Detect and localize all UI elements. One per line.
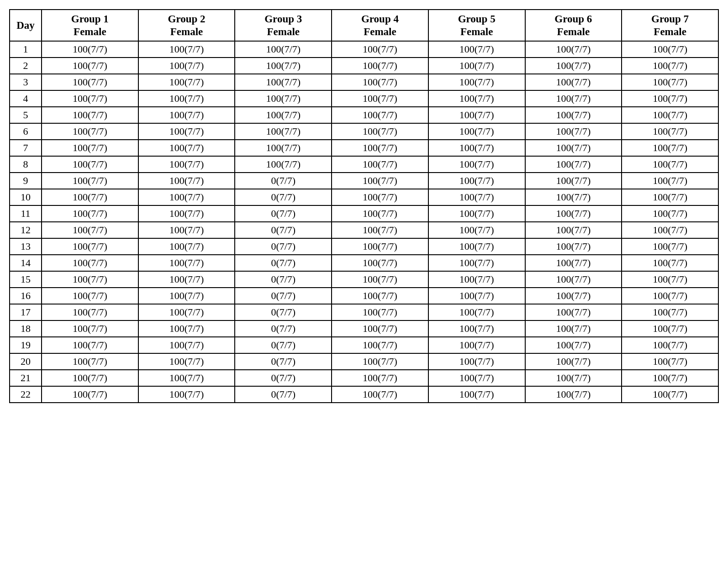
g4-cell: 100(7/7)	[332, 255, 428, 271]
g2-cell: 100(7/7)	[138, 255, 235, 271]
table-row: 8100(7/7)100(7/7)100(7/7)100(7/7)100(7/7…	[10, 156, 718, 173]
table-row: 5100(7/7)100(7/7)100(7/7)100(7/7)100(7/7…	[10, 107, 718, 123]
g6-cell: 100(7/7)	[525, 140, 622, 156]
g1-cell: 100(7/7)	[42, 337, 138, 353]
g5-cell: 100(7/7)	[428, 304, 525, 320]
header-group3: Group 3Female	[235, 10, 332, 41]
g7-cell: 100(7/7)	[622, 123, 718, 140]
g3-cell: 100(7/7)	[235, 90, 332, 107]
g4-cell: 100(7/7)	[332, 74, 428, 90]
g5-cell: 100(7/7)	[428, 255, 525, 271]
g6-cell: 100(7/7)	[525, 255, 622, 271]
g1-cell: 100(7/7)	[42, 107, 138, 123]
g4-cell: 100(7/7)	[332, 386, 428, 403]
g1-cell: 100(7/7)	[42, 255, 138, 271]
g7-cell: 100(7/7)	[622, 140, 718, 156]
g1-cell: 100(7/7)	[42, 205, 138, 222]
g5-cell: 100(7/7)	[428, 386, 525, 403]
g7-cell: 100(7/7)	[622, 74, 718, 90]
g2-cell: 100(7/7)	[138, 288, 235, 304]
g4-cell: 100(7/7)	[332, 222, 428, 238]
header-group4: Group 4Female	[332, 10, 428, 41]
day-cell: 2	[10, 58, 42, 74]
g7-cell: 100(7/7)	[622, 205, 718, 222]
table-row: 22100(7/7)100(7/7)0(7/7)100(7/7)100(7/7)…	[10, 386, 718, 403]
header-group7: Group 7Female	[622, 10, 718, 41]
g5-cell: 100(7/7)	[428, 205, 525, 222]
day-cell: 21	[10, 370, 42, 386]
g6-cell: 100(7/7)	[525, 370, 622, 386]
g3-cell: 100(7/7)	[235, 74, 332, 90]
day-cell: 17	[10, 304, 42, 320]
g4-cell: 100(7/7)	[332, 370, 428, 386]
day-cell: 15	[10, 271, 42, 288]
g5-cell: 100(7/7)	[428, 74, 525, 90]
g7-cell: 100(7/7)	[622, 58, 718, 74]
table-row: 7100(7/7)100(7/7)100(7/7)100(7/7)100(7/7…	[10, 140, 718, 156]
g3-cell: 0(7/7)	[235, 238, 332, 255]
g3-cell: 0(7/7)	[235, 205, 332, 222]
g1-cell: 100(7/7)	[42, 386, 138, 403]
g5-cell: 100(7/7)	[428, 58, 525, 74]
g1-cell: 100(7/7)	[42, 123, 138, 140]
g5-cell: 100(7/7)	[428, 107, 525, 123]
day-cell: 16	[10, 288, 42, 304]
g1-cell: 100(7/7)	[42, 288, 138, 304]
day-cell: 22	[10, 386, 42, 403]
g1-cell: 100(7/7)	[42, 370, 138, 386]
header-group6: Group 6Female	[525, 10, 622, 41]
day-cell: 1	[10, 41, 42, 58]
g7-cell: 100(7/7)	[622, 370, 718, 386]
g3-cell: 0(7/7)	[235, 370, 332, 386]
table-body: 1100(7/7)100(7/7)100(7/7)100(7/7)100(7/7…	[10, 41, 718, 403]
g2-cell: 100(7/7)	[138, 107, 235, 123]
table-row: 21100(7/7)100(7/7)0(7/7)100(7/7)100(7/7)…	[10, 370, 718, 386]
g1-cell: 100(7/7)	[42, 320, 138, 337]
g7-cell: 100(7/7)	[622, 238, 718, 255]
table-row: 12100(7/7)100(7/7)0(7/7)100(7/7)100(7/7)…	[10, 222, 718, 238]
g3-cell: 100(7/7)	[235, 41, 332, 58]
day-cell: 9	[10, 173, 42, 189]
table-row: 10100(7/7)100(7/7)0(7/7)100(7/7)100(7/7)…	[10, 189, 718, 205]
g3-cell: 100(7/7)	[235, 58, 332, 74]
g7-cell: 100(7/7)	[622, 189, 718, 205]
table-row: 3100(7/7)100(7/7)100(7/7)100(7/7)100(7/7…	[10, 74, 718, 90]
g1-cell: 100(7/7)	[42, 304, 138, 320]
g1-cell: 100(7/7)	[42, 222, 138, 238]
g1-cell: 100(7/7)	[42, 58, 138, 74]
table-row: 16100(7/7)100(7/7)0(7/7)100(7/7)100(7/7)…	[10, 288, 718, 304]
g2-cell: 100(7/7)	[138, 156, 235, 173]
g4-cell: 100(7/7)	[332, 41, 428, 58]
table-row: 15100(7/7)100(7/7)0(7/7)100(7/7)100(7/7)…	[10, 271, 718, 288]
g2-cell: 100(7/7)	[138, 58, 235, 74]
g5-cell: 100(7/7)	[428, 156, 525, 173]
g5-cell: 100(7/7)	[428, 173, 525, 189]
g4-cell: 100(7/7)	[332, 205, 428, 222]
g4-cell: 100(7/7)	[332, 123, 428, 140]
day-cell: 3	[10, 74, 42, 90]
header-group1: Group 1Female	[42, 10, 138, 41]
day-cell: 13	[10, 238, 42, 255]
main-container: Day Group 1Female Group 2Female Group 3F…	[9, 9, 719, 403]
g6-cell: 100(7/7)	[525, 173, 622, 189]
g1-cell: 100(7/7)	[42, 353, 138, 370]
g3-cell: 0(7/7)	[235, 304, 332, 320]
g3-cell: 0(7/7)	[235, 222, 332, 238]
g6-cell: 100(7/7)	[525, 189, 622, 205]
g4-cell: 100(7/7)	[332, 173, 428, 189]
data-table: Day Group 1Female Group 2Female Group 3F…	[9, 9, 719, 403]
g1-cell: 100(7/7)	[42, 238, 138, 255]
g5-cell: 100(7/7)	[428, 288, 525, 304]
g6-cell: 100(7/7)	[525, 353, 622, 370]
g4-cell: 100(7/7)	[332, 271, 428, 288]
table-row: 20100(7/7)100(7/7)0(7/7)100(7/7)100(7/7)…	[10, 353, 718, 370]
g6-cell: 100(7/7)	[525, 90, 622, 107]
g4-cell: 100(7/7)	[332, 90, 428, 107]
day-cell: 19	[10, 337, 42, 353]
g5-cell: 100(7/7)	[428, 238, 525, 255]
g4-cell: 100(7/7)	[332, 320, 428, 337]
day-cell: 7	[10, 140, 42, 156]
g4-cell: 100(7/7)	[332, 189, 428, 205]
g2-cell: 100(7/7)	[138, 173, 235, 189]
g7-cell: 100(7/7)	[622, 107, 718, 123]
